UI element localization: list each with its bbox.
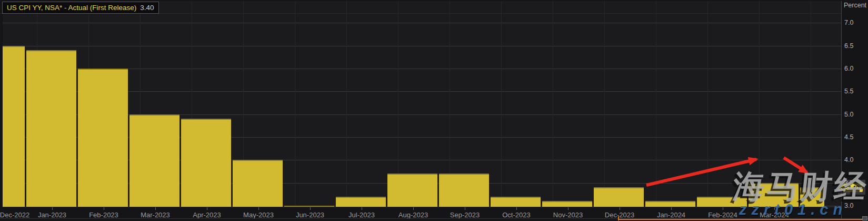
v-gridline <box>295 1 295 207</box>
h-gridline <box>3 114 841 115</box>
x-axis-label: Dec-2022 <box>0 211 35 219</box>
x-axis-tick <box>362 207 362 210</box>
y-axis-tick-label: 6.5 <box>844 42 866 50</box>
h-gridline <box>3 137 841 138</box>
cpi-bar-Feb-2023[interactable] <box>78 69 128 207</box>
cpi-bar-Dec-2023[interactable] <box>594 187 644 207</box>
series-latest-value: 3.40 <box>140 4 154 12</box>
x-axis-tick <box>52 207 53 210</box>
cpi-bar-Apr-2023[interactable] <box>181 119 231 207</box>
v-gridline <box>346 1 347 207</box>
x-axis-tick <box>207 207 207 210</box>
y-axis-tick-label: 7.0 <box>844 19 866 26</box>
x-axis-label: Jun-2023 <box>290 211 330 219</box>
h-gridline <box>3 91 841 92</box>
cpi-bar-Dec-2022[interactable] <box>3 46 25 207</box>
x-axis-tick <box>516 207 517 210</box>
x-axis-baseline <box>3 207 841 207</box>
x-axis-label: Mar-2023 <box>135 211 175 219</box>
v-gridline <box>656 1 656 207</box>
cpi-bar-Nov-2023[interactable] <box>542 201 592 207</box>
x-axis-tick <box>258 207 259 210</box>
x-axis-tick <box>568 207 568 210</box>
y-axis-tick-label: 5.0 <box>844 111 866 118</box>
x-axis-tick <box>620 207 620 210</box>
cpi-bar-May-2023[interactable] <box>233 160 283 207</box>
x-axis-label: Aug-2023 <box>393 211 433 219</box>
y-axis-tick-label: 4.0 <box>844 156 866 164</box>
v-gridline <box>553 1 553 207</box>
cpi-bar-Jul-2023[interactable] <box>336 197 386 207</box>
y-axis-tick-label: 6.0 <box>844 65 866 72</box>
x-axis-label: Apr-2023 <box>187 211 227 219</box>
y-axis-title: Percent <box>844 2 866 9</box>
timeline-range-indicator[interactable] <box>618 219 862 220</box>
x-axis-label: Dec-2023 <box>600 211 640 219</box>
x-axis-label: Jul-2023 <box>342 211 382 219</box>
cpi-bar-Sep-2023[interactable] <box>439 174 489 207</box>
series-title: US CPI YY, NSA* - Actual (First Release) <box>7 4 136 12</box>
cpi-bar-Jan-2023[interactable] <box>26 50 76 207</box>
x-axis-label: Feb-2024 <box>703 211 743 219</box>
series-legend-tag[interactable]: US CPI YY, NSA* - Actual (First Release)… <box>2 2 159 14</box>
x-axis-label: Nov-2023 <box>548 211 588 219</box>
cpi-bar-Jan-2024[interactable] <box>645 201 695 207</box>
h-gridline <box>3 23 841 23</box>
x-axis-tick <box>310 207 311 210</box>
y-axis-tick-label: 5.5 <box>844 88 866 95</box>
x-axis-label: Jan-2024 <box>651 211 691 219</box>
timeline-range-start-tick[interactable] <box>618 216 619 220</box>
cpi-bar-Oct-2023[interactable] <box>491 197 541 207</box>
x-axis-label: Feb-2023 <box>84 211 124 219</box>
x-axis-tick <box>155 207 156 210</box>
cpi-bar-Aug-2023[interactable] <box>387 174 437 207</box>
v-gridline <box>604 1 605 207</box>
x-axis-tick <box>671 207 672 210</box>
v-gridline <box>501 1 502 207</box>
x-axis-tick <box>413 207 414 210</box>
x-axis-tick <box>465 207 465 210</box>
cpi-bar-Mar-2023[interactable] <box>129 114 179 207</box>
y-axis-tick-label: 4.5 <box>844 133 866 141</box>
watermark-url: zzrt01.cn <box>739 201 847 218</box>
resize-handle[interactable] <box>862 216 867 220</box>
v-gridline <box>707 1 708 207</box>
h-gridline <box>3 160 841 160</box>
cpi-chart-window: Percent 7.06.56.05.55.04.54.03.53.0 Dec-… <box>0 0 868 221</box>
x-axis-label: Oct-2023 <box>496 211 536 219</box>
x-axis-label: May-2023 <box>238 211 278 219</box>
x-axis-tick <box>104 207 104 210</box>
h-gridline <box>3 69 841 69</box>
x-axis-tick <box>723 207 723 210</box>
x-axis-label: Jan-2023 <box>32 211 72 219</box>
x-axis-label: Sep-2023 <box>445 211 485 219</box>
h-gridline <box>3 46 841 46</box>
